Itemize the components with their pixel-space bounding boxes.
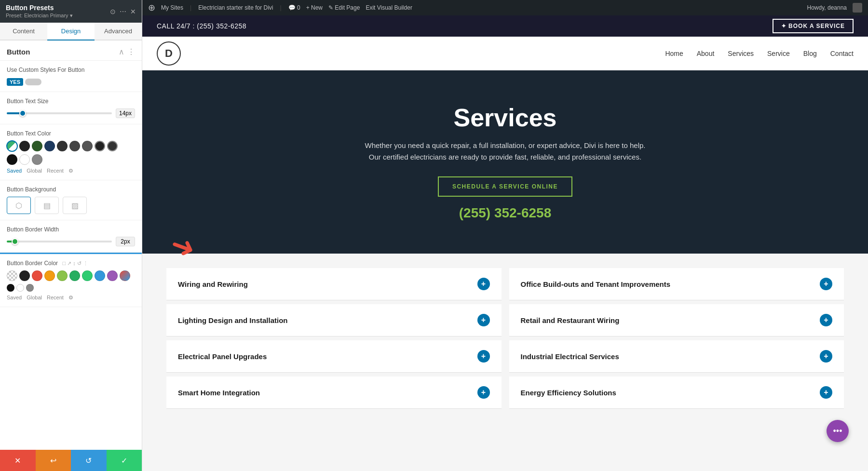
service-lighting[interactable]: Lighting Design and Installation + [166,304,502,336]
service-retail[interactable]: Retail and Restaurant Wiring + [509,304,844,336]
close-icon[interactable]: ✕ [130,8,136,15]
swatch-bc-black[interactable] [19,270,30,281]
swatch-checker[interactable] [7,270,17,281]
float-menu-button[interactable]: ••• [827,420,849,442]
service-smarthome[interactable]: Smart Home Integration + [166,377,502,409]
swatch-bc-small1[interactable] [7,284,14,292]
text-size-value[interactable]: 14px [116,108,135,118]
book-service-button[interactable]: ✦ BOOK A SERVICE [773,19,854,33]
comment-count[interactable]: 💬 0 [288,4,300,11]
redo-button[interactable]: ↺ [71,450,107,471]
my-sites-right[interactable]: My Sites [161,4,183,11]
service-office[interactable]: Office Build-outs and Tenant Improvement… [509,268,844,300]
service-retail-icon[interactable]: + [820,314,832,326]
new-link[interactable]: + New [306,4,323,11]
service-office-icon[interactable]: + [820,278,832,290]
service-smarthome-icon[interactable]: + [477,386,490,399]
text-color-swatches [7,141,135,151]
background-field: Button Background ⬡ ▤ ▨ [0,180,142,220]
tab-content[interactable]: Content [0,23,47,40]
nav-blog[interactable]: Blog [803,50,817,57]
hero-phone[interactable]: (255) 352-6258 [459,205,551,221]
swatch-bc-red[interactable] [32,270,42,281]
border-color-swatches-row2 [7,284,135,292]
panel-header-icons: ⊙ ⋯ ✕ [110,8,136,15]
border-width-track[interactable] [7,241,112,242]
settings-small-icon[interactable]: ⚙ [68,168,73,174]
hero-cta-button[interactable]: SCHEDULE A SERVICE ONLINE [438,176,572,197]
border-width-thumb[interactable] [12,238,18,245]
swatch-white[interactable] [19,154,30,165]
custom-styles-toggle[interactable]: YES [7,78,41,86]
toggle-yes-badge[interactable]: YES [7,78,23,86]
save-button[interactable]: ✓ [107,450,142,471]
swatch-bc-green1[interactable] [69,270,80,281]
tab-advanced[interactable]: Advanced [95,23,142,40]
settings-icon[interactable]: ⊙ [110,8,116,15]
nav-home[interactable]: Home [665,50,683,57]
text-size-thumb[interactable] [19,110,26,117]
swatch-dark4[interactable] [95,141,105,151]
call-number: CALL 24/7 : (255) 352-6258 [157,22,246,30]
service-energy-icon[interactable]: + [820,386,832,399]
global-label[interactable]: Global [27,168,42,174]
swatch-dark5[interactable] [107,141,118,151]
nav-about[interactable]: About [697,50,715,57]
service-wiring-icon[interactable]: + [477,278,490,290]
swatch-dark2[interactable] [69,141,80,151]
border-recent-label[interactable]: Recent [47,295,64,301]
collapse-icon[interactable]: ∧ [119,47,124,56]
nav-contact[interactable]: Contact [830,50,854,57]
swatch-bc-pencil[interactable] [120,270,130,281]
toggle-bar[interactable] [25,79,41,85]
swatch-bc-small3[interactable] [26,284,34,292]
border-settings-icon[interactable]: ⚙ [68,295,73,301]
swatch-bc-yellow[interactable] [44,270,55,281]
panel-subtitle[interactable]: Preset: Electrician Primary ▾ [6,13,73,19]
site-logo[interactable]: D [157,41,181,66]
swatch-dark1[interactable] [57,141,68,151]
service-panel[interactable]: Electrical Panel Upgrades + [166,340,502,373]
swatch-bc-blue[interactable] [95,270,105,281]
background-label: Button Background [7,186,135,193]
swatch-black[interactable] [19,141,30,151]
bg-gradient-option[interactable]: ▤ [35,197,59,214]
border-width-value[interactable]: 2px [116,237,135,246]
swatch-gray[interactable] [32,154,42,165]
section-title: Button [7,48,30,56]
swatch-black2[interactable] [7,154,17,165]
service-industrial-icon[interactable]: + [820,350,832,363]
swatch-bc-purple[interactable] [107,270,118,281]
swatch-bc-olive[interactable] [57,270,68,281]
swatch-darkblue[interactable] [44,141,55,151]
tab-design[interactable]: Design [47,23,95,40]
bg-color-option[interactable]: ⬡ [7,197,31,214]
exit-visual-builder[interactable]: Exit Visual Builder [366,4,412,11]
border-saved-label[interactable]: Saved [7,295,22,301]
nav-services[interactable]: Services [728,50,754,57]
swatch-bc-small2[interactable] [16,284,24,292]
border-color-label: Button Border Color □ ↗ ↕ ↺ ⋮ [7,260,135,267]
options-icon[interactable]: ⋮ [127,47,135,56]
service-wiring[interactable]: Wiring and Rewiring + [166,268,502,300]
service-industrial[interactable]: Industrial Electrical Services + [509,340,844,373]
recent-label[interactable]: Recent [47,168,64,174]
service-panel-icon[interactable]: + [477,350,490,363]
swatch-bc-green2[interactable] [82,270,93,281]
undo-button[interactable]: ↩ [36,450,71,471]
nav-service[interactable]: Service [767,50,790,57]
edit-page-link[interactable]: ✎ Edit Page [328,4,360,11]
text-size-track[interactable] [7,112,112,114]
more-icon[interactable]: ⋯ [120,8,126,15]
service-energy[interactable]: Energy Efficiency Solutions + [509,377,844,409]
service-lighting-icon[interactable]: + [477,314,490,326]
site-name-right[interactable]: Electrician starter site for Divi [198,4,273,11]
swatch-active[interactable] [7,141,17,151]
bg-image-option[interactable]: ▨ [63,197,87,214]
cancel-button[interactable]: ✕ [0,450,36,471]
swatch-dark3[interactable] [82,141,93,151]
border-color-info-icon[interactable]: □ ↗ ↕ ↺ ⋮ [62,260,88,266]
border-global-label[interactable]: Global [27,295,42,301]
swatch-darkgreen[interactable] [32,141,42,151]
saved-label[interactable]: Saved [7,168,22,174]
